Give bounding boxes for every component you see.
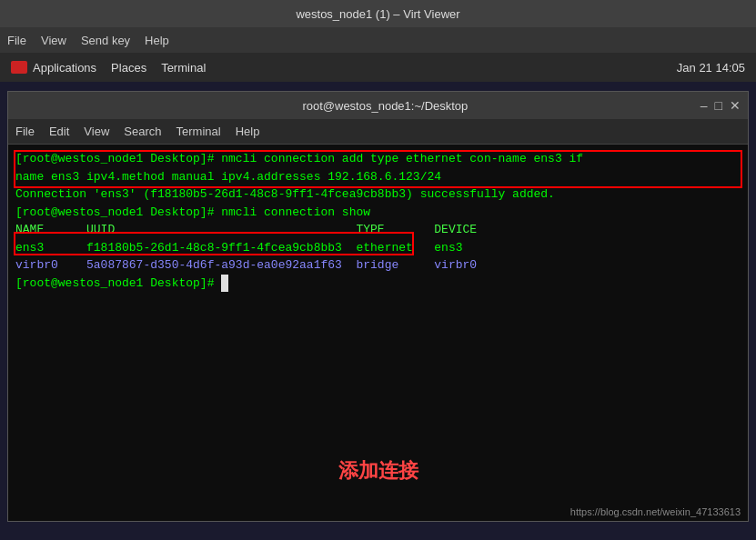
terminal-virbr0-line: virbr0 5a087867-d350-4d6f-a93d-ea0e92aa1…	[15, 258, 477, 272]
virt-viewer-content: Applications Places Terminal Jan 21 14:0…	[0, 53, 756, 540]
virt-viewer-title: westos_node1 (1) – Virt Viewer	[296, 7, 459, 21]
gnome-topbar-left: Applications Places Terminal	[11, 61, 206, 75]
virt-viewer-menu-file[interactable]: File	[7, 34, 26, 47]
virt-viewer-menu-view[interactable]: View	[41, 34, 66, 47]
terminal-window: root@westos_node1:~/Desktop – □ ✕ File E…	[7, 91, 749, 522]
virt-viewer-window: westos_node1 (1) – Virt Viewer File View…	[0, 0, 756, 540]
terminal-ens3-line: ens3 f18180b5-26d1-48c8-9ff1-4fcea9cb8bb…	[15, 241, 462, 255]
watermark: https://blog.csdn.net/weixin_47133613	[570, 506, 741, 517]
close-button[interactable]: ✕	[730, 98, 741, 113]
virt-viewer-menu-help[interactable]: Help	[145, 34, 169, 47]
minimize-button[interactable]: –	[701, 98, 708, 113]
virt-viewer-menubar: File View Send key Help	[0, 27, 756, 53]
terminal-line1: [root@westos_node1 Desktop]# nmcli conne…	[15, 152, 583, 165]
maximize-button[interactable]: □	[715, 98, 722, 113]
terminal-menu-edit[interactable]: Edit	[49, 125, 69, 138]
terminal-titlebar: root@westos_node1:~/Desktop – □ ✕	[8, 92, 748, 119]
desktop-area: root@westos_node1:~/Desktop – □ ✕ File E…	[0, 82, 756, 540]
terminal-title: root@westos_node1:~/Desktop	[70, 99, 701, 113]
terminal-menu-view[interactable]: View	[84, 125, 109, 138]
virt-viewer-menu-sendkey[interactable]: Send key	[81, 34, 130, 47]
places-label[interactable]: Places	[111, 61, 146, 75]
terminal-line4: [root@westos_node1 Desktop]# nmcli conne…	[15, 205, 370, 219]
virt-viewer-titlebar: westos_node1 (1) – Virt Viewer	[0, 0, 756, 27]
terminal-menu-file[interactable]: File	[15, 125, 35, 138]
terminal-menu-terminal[interactable]: Terminal	[176, 125, 221, 138]
gnome-topbar-right: Jan 21 14:05	[677, 61, 745, 75]
datetime-display: Jan 21 14:05	[677, 61, 745, 75]
gnome-apps-menu[interactable]: Applications	[11, 61, 96, 75]
terminal-col-headers: NAME UUID TYPE DEVICE	[15, 223, 477, 236]
applications-label[interactable]: Applications	[33, 61, 96, 75]
annotation-text: 添加连接	[338, 457, 418, 485]
terminal-line2: name ens3 ipv4.method manual ipv4.addres…	[15, 170, 441, 184]
gnome-topbar: Applications Places Terminal Jan 21 14:0…	[0, 53, 756, 82]
redhat-icon	[11, 61, 27, 74]
terminal-label[interactable]: Terminal	[161, 61, 206, 75]
terminal-body: [root@westos_node1 Desktop]# nmcli conne…	[8, 145, 748, 521]
terminal-menu-search[interactable]: Search	[124, 125, 161, 138]
terminal-controls: – □ ✕	[701, 98, 741, 113]
terminal-prompt: [root@westos_node1 Desktop]#	[15, 276, 221, 290]
terminal-line3: Connection 'ens3' (f18180b5-26d1-48c8-9f…	[15, 187, 555, 201]
terminal-output: [root@westos_node1 Desktop]# nmcli conne…	[15, 150, 741, 292]
terminal-menubar: File Edit View Search Terminal Help	[8, 119, 748, 145]
terminal-menu-help[interactable]: Help	[236, 125, 260, 138]
